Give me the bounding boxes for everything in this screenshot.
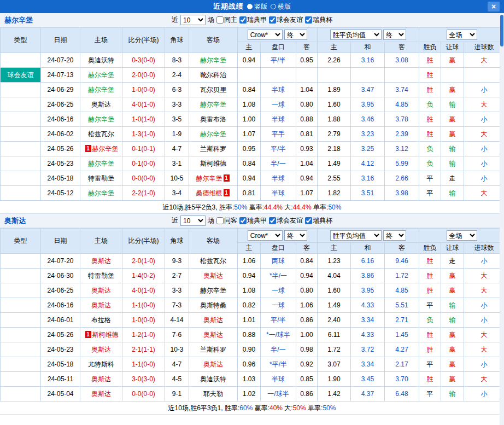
match-row[interactable]: 瑞典甲 24-06-02 松兹瓦尔 1-3(1-0) 1-9 赫尔辛堡 1.07… [1, 127, 504, 142]
match-row[interactable]: 瑞典甲 24-05-26 1赫尔辛堡 0-1(0-1) 4-7 兰斯科罗 0.9… [1, 142, 504, 156]
match-row[interactable]: 瑞典甲 24-05-12 赫尔辛堡 2-2(1-0) 3-4 桑德维根1 0.8… [1, 186, 504, 201]
landscape-radio[interactable]: 横版 [271, 2, 291, 11]
scrollbar-track[interactable] [500, 13, 504, 425]
home-team[interactable]: 奥斯达 [80, 342, 122, 357]
home-team[interactable]: 布拉格 [80, 313, 122, 328]
match-count-select[interactable]: 10 [180, 15, 206, 25]
close-button[interactable]: × [488, 2, 500, 11]
league-checkbox[interactable] [239, 16, 247, 24]
league-filter[interactable]: 瑞典甲 [239, 15, 267, 25]
home-team[interactable]: 赫尔辛堡 [80, 68, 122, 83]
home-team[interactable]: 1斯柯维德 [80, 328, 122, 342]
match-row[interactable]: 瑞典甲 24-06-25 奥斯达 4-0(1-0) 3-3 赫尔辛堡 1.08 … [1, 97, 504, 112]
portrait-radio[interactable]: 竖版 [247, 2, 267, 11]
same-venue-checkbox[interactable] [216, 16, 224, 24]
league-filter[interactable]: 瑞典甲 [239, 216, 267, 225]
away-team[interactable]: 奥雷布洛 [189, 112, 238, 127]
radio-selected-icon[interactable] [247, 4, 253, 9]
wdl-result: 胜 [419, 269, 441, 283]
home-team[interactable]: 赫尔辛堡 [80, 112, 122, 127]
home-team[interactable]: 奥斯达 [80, 298, 122, 313]
match-row[interactable]: 瑞典甲 24-07-20 奥迪沃特 0-3(0-0) 8-3 赫尔辛堡 0.94… [1, 53, 504, 68]
home-team[interactable]: 赫尔辛堡 [80, 186, 122, 201]
match-row[interactable]: 瑞典甲 24-06-16 赫尔辛堡 1-0(1-0) 3-5 奥雷布洛 1.00… [1, 112, 504, 127]
away-team[interactable]: 赫尔辛堡 [189, 97, 238, 112]
home-team[interactable]: 赫尔辛堡 [80, 156, 122, 171]
final-odds-select[interactable]: 终 [284, 230, 307, 241]
away-team[interactable]: 兰斯科罗 [189, 142, 238, 156]
friendly-filter[interactable]: 球会友谊 [269, 216, 303, 225]
col-away: 客场 [189, 28, 238, 53]
away-team[interactable]: 奥迪沃特 [189, 372, 238, 387]
match-row[interactable]: 瑞典甲 24-06-01 布拉格 1-0(0-0) 4-14 奥斯达 1.01 … [1, 313, 504, 328]
home-team[interactable]: 特雷勒堡 [80, 171, 122, 186]
match-row[interactable]: 瑞典甲 24-06-30 特雷勒堡 1-4(0-2) 2-7 奥斯达 0.94 … [1, 269, 504, 283]
away-team[interactable]: 奥斯达 [189, 357, 238, 372]
away-team[interactable]: 赫尔辛堡 [189, 53, 238, 68]
match-row[interactable]: 瑞典甲 24-05-18 特雷勒堡 0-0(0-0) 10-5 赫尔辛堡1 0.… [1, 171, 504, 186]
full-match-select[interactable]: 全场 [447, 30, 477, 40]
home-team[interactable]: 奥斯达 [80, 387, 122, 401]
away-team[interactable]: 赫尔辛堡 [189, 127, 238, 142]
home-team[interactable]: 奥迪沃特 [80, 53, 122, 68]
avg-odds-select[interactable]: 胜平负均值 [330, 230, 382, 241]
away-team[interactable]: 耶夫勒 [189, 387, 238, 401]
away-team[interactable]: 奥斯达 [189, 328, 238, 342]
scrollbar-thumb[interactable] [500, 15, 503, 46]
match-row[interactable]: 瑞典甲 24-05-18 尤特斯科 1-1(0-0) 4-7 奥斯达 0.96 … [1, 357, 504, 372]
home-team[interactable]: 奥斯达 [80, 372, 122, 387]
away-team[interactable]: 奥斯达 [189, 313, 238, 328]
radio-unselected-icon[interactable] [271, 4, 276, 9]
friendly-filter[interactable]: 球会友谊 [269, 15, 303, 25]
avg-final-select[interactable]: 终 [383, 30, 406, 40]
away-team[interactable]: 松兹瓦尔 [189, 254, 238, 269]
match-row[interactable]: 瑞典甲 24-07-20 奥斯达 2-0(1-0) 9-3 松兹瓦尔 1.06 … [1, 254, 504, 269]
league-checkbox[interactable] [239, 217, 247, 224]
away-team[interactable]: 靴尔科治 [189, 68, 238, 83]
away-team[interactable]: 斯柯维德 [189, 156, 238, 171]
home-team[interactable]: 奥斯达 [80, 97, 122, 112]
avg-final-select[interactable]: 终 [383, 230, 406, 241]
final-odds-select[interactable]: 终 [284, 30, 307, 40]
full-match-select[interactable]: 全场 [447, 230, 477, 241]
odds-company-select[interactable]: Crow* [248, 30, 283, 40]
match-row[interactable]: 瑞典甲 24-05-26 1斯柯维德 1-2(1-0) 7-6 奥斯达 0.88… [1, 328, 504, 342]
away-team[interactable]: 赫尔辛堡 [189, 283, 238, 298]
cup-filter[interactable]: 瑞典杯 [305, 216, 332, 225]
match-row[interactable]: 瑞典甲 24-05-23 赫尔辛堡 0-1(0-0) 3-1 斯柯维德 0.84… [1, 156, 504, 171]
away-team-section: 奥斯达 近 10 场 同客 瑞典甲 球会友谊 瑞典杯 [0, 214, 504, 415]
home-team[interactable]: 特雷勒堡 [80, 269, 122, 283]
away-team[interactable]: 兰斯科罗 [189, 342, 238, 357]
match-row[interactable]: 瑞典甲 24-06-16 奥斯达 1-1(0-0) 7-3 奥斯特桑 0.82 … [1, 298, 504, 313]
odds-company-select[interactable]: Crow* [248, 230, 283, 241]
avg-odds-select[interactable]: 胜平负均值 [330, 30, 382, 40]
match-row[interactable]: 球会友谊 24-07-13 赫尔辛堡 2-0(0-0) 2-4 靴尔科治 胜 [1, 68, 504, 83]
cup-filter[interactable]: 瑞典杯 [305, 15, 332, 25]
match-count-select[interactable]: 10 [180, 216, 206, 226]
same-venue-filter[interactable]: 同主 [216, 15, 237, 25]
home-team[interactable]: 尤特斯科 [80, 357, 122, 372]
same-venue-filter[interactable]: 同客 [216, 216, 237, 225]
home-team[interactable]: 奥斯达 [80, 254, 122, 269]
friendly-checkbox[interactable] [269, 217, 276, 224]
away-team[interactable]: 瓦尔贝里 [189, 83, 238, 97]
match-row[interactable]: 瑞典甲 24-05-04 奥斯达 0-0(0-0) 9-1 耶夫勒 1.02 一… [1, 387, 504, 401]
match-row[interactable]: 瑞典甲 24-06-29 赫尔辛堡 1-0(0-0) 6-3 瓦尔贝里 0.84… [1, 83, 504, 97]
col-type: 类型 [1, 229, 41, 254]
home-team[interactable]: 奥斯达 [80, 283, 122, 298]
home-team[interactable]: 1赫尔辛堡 [80, 142, 122, 156]
away-team[interactable]: 奥斯特桑 [189, 298, 238, 313]
cup-checkbox[interactable] [305, 217, 312, 224]
away-team[interactable]: 桑德维根1 [189, 186, 238, 201]
same-venue-checkbox[interactable] [216, 217, 224, 224]
friendly-checkbox[interactable] [269, 16, 276, 24]
home-team[interactable]: 赫尔辛堡 [80, 83, 122, 97]
away-team[interactable]: 赫尔辛堡1 [189, 171, 238, 186]
match-row[interactable]: 瑞典甲 24-06-25 奥斯达 4-0(1-0) 3-3 赫尔辛堡 1.08 … [1, 283, 504, 298]
friendly-label: 球会友谊 [277, 216, 303, 225]
away-team[interactable]: 奥斯达 [189, 269, 238, 283]
match-row[interactable]: 瑞典甲 24-05-11 奥斯达 3-0(3-0) 4-5 奥迪沃特 1.03 … [1, 372, 504, 387]
match-row[interactable]: 瑞典甲 24-05-23 奥斯达 2-1(1-1) 10-3 兰斯科罗 0.90… [1, 342, 504, 357]
cup-checkbox[interactable] [305, 16, 312, 24]
home-team[interactable]: 松兹瓦尔 [80, 127, 122, 142]
